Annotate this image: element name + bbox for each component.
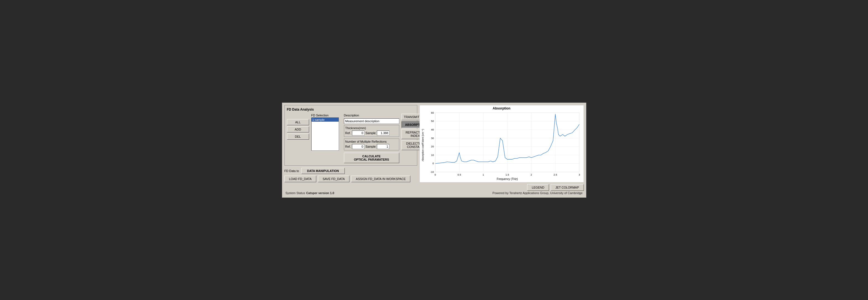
- reflections-ref-input[interactable]: [352, 144, 364, 149]
- thickness-ref-input[interactable]: [352, 131, 364, 135]
- fd-selection-label: FD Selection: [311, 114, 342, 117]
- refractive-line2: INDEX: [411, 134, 420, 137]
- thickness-row: Ref. Sample: [345, 131, 398, 135]
- thickness-group: Thickness(mm) Ref. Sample: [344, 125, 399, 137]
- jet-colormap-button[interactable]: JET COLORMAP: [551, 184, 584, 191]
- system-status-label: System Status: [285, 191, 305, 195]
- calc-line1: CALCULATE: [362, 155, 380, 158]
- data-manipulation-button[interactable]: DATA MANIPULATION: [301, 168, 345, 174]
- chart-container: Absorption Absorption coeff bient (cm⁻¹): [420, 105, 584, 182]
- left-buttons-group: ALL ADD DEL: [287, 119, 309, 140]
- assign-fd-data-button[interactable]: ASSIGN FD_DATA IN WORKSPACE: [351, 175, 410, 182]
- status-bar: System Status Catsper version 1.0 Powere…: [284, 191, 584, 195]
- y-tick-30: 30: [431, 137, 434, 139]
- fd-data-analysis-panel: FD Data Analysis ALL ADD DEL FD Selectio…: [284, 105, 417, 166]
- x-tick-3: 3: [579, 173, 580, 176]
- reflections-sample-input[interactable]: [377, 144, 389, 149]
- fd-selection-listbox[interactable]: 1:sample: [311, 118, 339, 151]
- fd-selection-area: FD Selection 1:sample: [311, 114, 342, 151]
- reflections-row: Ref. Sample: [345, 144, 398, 149]
- y-tick-50: 50: [431, 120, 434, 123]
- reflections-group: Number of Multiple Reflections Ref. Samp…: [344, 138, 399, 151]
- description-input[interactable]: [344, 118, 399, 124]
- thickness-ref-label: Ref.: [345, 131, 351, 135]
- thickness-sample-input[interactable]: [377, 131, 389, 135]
- absorption-chart: Absorption coeff bient (cm⁻¹): [420, 105, 584, 182]
- x-tick-1: 1: [483, 173, 484, 176]
- x-tick-2: 2: [530, 173, 532, 176]
- main-layout: FD Data Analysis ALL ADD DEL FD Selectio…: [284, 105, 584, 191]
- y-tick-neg10: -10: [430, 171, 434, 173]
- y-tick-0: 0: [432, 162, 434, 165]
- fd-selection-item[interactable]: 1:sample: [312, 118, 339, 122]
- reflections-label: Number of Multiple Reflections: [345, 140, 398, 143]
- all-button[interactable]: ALL: [287, 119, 309, 125]
- calculate-button[interactable]: CALCULATE OPTICAL PARAMATERS: [344, 153, 399, 163]
- add-button[interactable]: ADD: [287, 126, 309, 132]
- main-container: FD Data Analysis ALL ADD DEL FD Selectio…: [282, 103, 586, 198]
- fd-content: ALL ADD DEL FD Selection 1:sample Descri…: [287, 114, 415, 163]
- powered-by-label: Powered by Terahertz Applications Group,…: [493, 191, 583, 195]
- y-tick-20: 20: [431, 145, 434, 148]
- x-tick-0: 0: [434, 173, 436, 176]
- x-tick-05: 0.5: [457, 173, 461, 176]
- reflections-sample-label: Sample: [366, 145, 376, 148]
- fd-data-analysis-title: FD Data Analysis: [287, 107, 415, 111]
- left-panel: FD Data Analysis ALL ADD DEL FD Selectio…: [284, 105, 417, 191]
- thickness-sample-label: Sample: [366, 131, 376, 135]
- status-left: System Status Catsper version 1.0: [285, 191, 334, 195]
- description-area: Description Thickness(mm) Ref. Sample: [344, 114, 399, 163]
- save-fd-data-button[interactable]: SAVE FD_DATA: [318, 175, 349, 182]
- x-axis-title: Frequency (THz): [497, 177, 518, 180]
- bottom-row: FD Data to DATA MANIPULATION: [284, 168, 417, 174]
- fd-data-to-label: FD Data to: [284, 169, 299, 172]
- legend-button[interactable]: LEGEND: [527, 184, 549, 191]
- x-tick-15: 1.5: [505, 173, 509, 176]
- calc-line2: OPTICAL PARAMATERS: [354, 158, 389, 161]
- right-panel: Absorption Absorption coeff bient (cm⁻¹): [420, 105, 584, 191]
- y-tick-60: 60: [431, 111, 434, 114]
- load-fd-data-button[interactable]: LOAD FD_DATA: [284, 175, 316, 182]
- action-buttons: LOAD FD_DATA SAVE FD_DATA ASSIGN FD_DATA…: [284, 175, 417, 182]
- y-tick-10: 10: [431, 154, 434, 156]
- description-label: Description: [344, 114, 399, 117]
- reflections-ref-label: Ref.: [345, 145, 351, 148]
- del-button[interactable]: DEL: [287, 134, 309, 140]
- version-label: Catsper version 1.0: [306, 191, 334, 195]
- chart-buttons: LEGEND JET COLORMAP: [420, 184, 584, 191]
- x-tick-25: 2.5: [553, 173, 557, 176]
- y-tick-40: 40: [431, 128, 434, 131]
- y-axis-label: Absorption coeff bient (cm⁻¹): [422, 129, 424, 162]
- thickness-label: Thickness(mm): [345, 126, 398, 130]
